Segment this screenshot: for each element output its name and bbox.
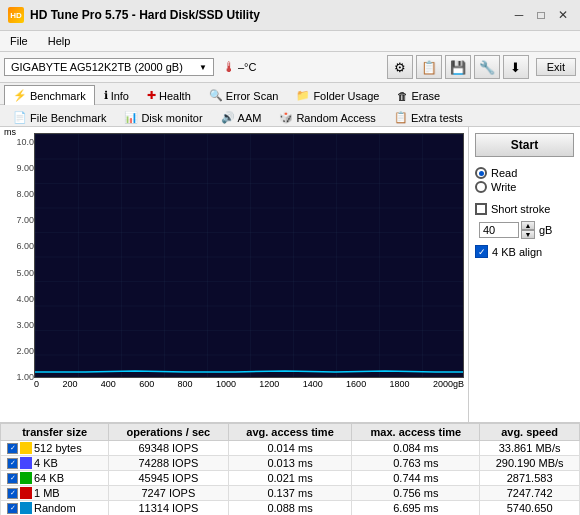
- benchmark-icon: ⚡: [13, 89, 27, 102]
- stroke-down-button[interactable]: ▼: [521, 230, 535, 239]
- svg-rect-0: [35, 134, 464, 378]
- cell-label-2: ✓ 64 KB: [1, 471, 109, 486]
- color-swatch-4: [20, 502, 32, 514]
- main-content: 10.0 9.00 8.00 7.00 6.00 5.00 4.00 3.00 …: [0, 127, 580, 422]
- cell-ops-2: 45945 IOPS: [109, 471, 228, 486]
- cell-max-access-3: 0.756 ms: [352, 486, 480, 501]
- tab-info[interactable]: ℹ Info: [95, 85, 138, 105]
- x-axis-labels: 0 200 400 600 800 1000 1200 1400 1600 18…: [34, 378, 464, 389]
- erase-icon: 🗑: [397, 90, 408, 102]
- cell-max-access-2: 0.744 ms: [352, 471, 480, 486]
- toolbar-icon-4[interactable]: 🔧: [474, 55, 500, 79]
- y-unit-label: ms: [4, 127, 16, 137]
- cell-avg-access-4: 0.088 ms: [228, 501, 352, 516]
- tab-file-benchmark[interactable]: 📄 File Benchmark: [4, 107, 115, 127]
- row-checkbox-3[interactable]: ✓: [7, 488, 18, 499]
- chart-area: 10.0 9.00 8.00 7.00 6.00 5.00 4.00 3.00 …: [0, 127, 469, 422]
- stroke-value-input[interactable]: [479, 222, 519, 238]
- col-max-access: max. access time: [352, 424, 480, 441]
- cell-label-1: ✓ 4 KB: [1, 456, 109, 471]
- title-bar: HD HD Tune Pro 5.75 - Hard Disk/SSD Util…: [0, 0, 580, 31]
- menu-bar: File Help: [0, 31, 580, 52]
- write-radio-circle: [475, 181, 487, 193]
- cell-ops-1: 74288 IOPS: [109, 456, 228, 471]
- extra-tests-icon: 📋: [394, 111, 408, 124]
- align-row[interactable]: ✓ 4 KB align: [475, 245, 574, 258]
- row-checkbox-0[interactable]: ✓: [7, 443, 18, 454]
- close-button[interactable]: ✕: [554, 6, 572, 24]
- cell-max-access-0: 0.084 ms: [352, 441, 480, 456]
- cell-label-0: ✓ 512 bytes: [1, 441, 109, 456]
- cell-ops-4: 11314 IOPS: [109, 501, 228, 516]
- cell-avg-access-2: 0.021 ms: [228, 471, 352, 486]
- row-checkbox-1[interactable]: ✓: [7, 458, 18, 469]
- table-row: ✓ 4 KB 74288 IOPS 0.013 ms 0.763 ms 290.…: [1, 456, 580, 471]
- row-checkbox-2[interactable]: ✓: [7, 473, 18, 484]
- chart-canvas: [34, 133, 464, 378]
- tab-error-scan[interactable]: 🔍 Error Scan: [200, 85, 288, 105]
- data-table-container: transfer size operations / sec avg. acce…: [0, 422, 580, 515]
- color-swatch-1: [20, 457, 32, 469]
- cell-ops-0: 69348 IOPS: [109, 441, 228, 456]
- tab-health[interactable]: ✚ Health: [138, 85, 200, 105]
- exit-button[interactable]: Exit: [536, 58, 576, 76]
- row-checkbox-4[interactable]: ✓: [7, 503, 18, 514]
- cell-avg-speed-1: 290.190 MB/s: [480, 456, 580, 471]
- file-benchmark-icon: 📄: [13, 111, 27, 124]
- read-radio[interactable]: Read: [475, 167, 574, 179]
- results-table: transfer size operations / sec avg. acce…: [0, 423, 580, 515]
- col-transfer-size: transfer size: [1, 424, 109, 441]
- toolbar-icons: ⚙ 📋 💾 🔧 ⬇ Exit: [387, 55, 576, 79]
- toolbar: GIGABYTE AG512K2TB (2000 gB) ▼ 🌡 –°C ⚙ 📋…: [0, 52, 580, 83]
- cell-avg-speed-4: 5740.650: [480, 501, 580, 516]
- table-row: ✓ 512 bytes 69348 IOPS 0.014 ms 0.084 ms…: [1, 441, 580, 456]
- nav-tabs-row2: 📄 File Benchmark 📊 Disk monitor 🔊 AAM 🎲 …: [0, 105, 580, 127]
- color-swatch-2: [20, 472, 32, 484]
- gb-label: gB: [539, 224, 552, 236]
- help-menu[interactable]: Help: [42, 33, 77, 49]
- toolbar-icon-3[interactable]: 💾: [445, 55, 471, 79]
- tab-aam[interactable]: 🔊 AAM: [212, 107, 271, 127]
- random-access-icon: 🎲: [279, 111, 293, 124]
- tab-disk-monitor[interactable]: 📊 Disk monitor: [115, 107, 211, 127]
- table-row: ✓ Random 11314 IOPS 0.088 ms 6.695 ms 57…: [1, 501, 580, 516]
- toolbar-icon-2[interactable]: 📋: [416, 55, 442, 79]
- cell-max-access-1: 0.763 ms: [352, 456, 480, 471]
- read-radio-circle: [475, 167, 487, 179]
- cell-avg-access-1: 0.013 ms: [228, 456, 352, 471]
- color-swatch-0: [20, 442, 32, 454]
- toolbar-icon-1[interactable]: ⚙: [387, 55, 413, 79]
- tab-erase[interactable]: 🗑 Erase: [388, 85, 449, 105]
- file-menu[interactable]: File: [4, 33, 34, 49]
- tab-random-access[interactable]: 🎲 Random Access: [270, 107, 384, 127]
- tab-folder-usage[interactable]: 📁 Folder Usage: [287, 85, 388, 105]
- thermometer-icon: 🌡: [222, 59, 236, 75]
- stroke-input-row: ▲ ▼ gB: [479, 221, 574, 239]
- drive-dropdown-arrow: ▼: [199, 63, 207, 72]
- write-radio[interactable]: Write: [475, 181, 574, 193]
- health-icon: ✚: [147, 89, 156, 102]
- short-stroke-checkbox[interactable]: Short stroke: [475, 203, 574, 215]
- info-icon: ℹ: [104, 89, 108, 102]
- title-bar-left: HD HD Tune Pro 5.75 - Hard Disk/SSD Util…: [8, 7, 260, 23]
- table-row: ✓ 1 MB 7247 IOPS 0.137 ms 0.756 ms 7247.…: [1, 486, 580, 501]
- radio-group: Read Write: [475, 163, 574, 197]
- title-bar-text: HD Tune Pro 5.75 - Hard Disk/SSD Utility: [30, 8, 260, 22]
- app-icon: HD: [8, 7, 24, 23]
- toolbar-icon-5[interactable]: ⬇: [503, 55, 529, 79]
- temperature-display: 🌡 –°C: [218, 59, 260, 75]
- stroke-up-button[interactable]: ▲: [521, 221, 535, 230]
- cell-avg-speed-2: 2871.583: [480, 471, 580, 486]
- control-panel: Start Read Write Short stroke ▲ ▼ gB: [469, 127, 580, 422]
- align-checkbox: ✓: [475, 245, 488, 258]
- maximize-button[interactable]: □: [532, 6, 550, 24]
- y-axis-labels: 10.0 9.00 8.00 7.00 6.00 5.00 4.00 3.00 …: [6, 137, 34, 382]
- cell-ops-3: 7247 IOPS: [109, 486, 228, 501]
- minimize-button[interactable]: ─: [510, 6, 528, 24]
- error-scan-icon: 🔍: [209, 89, 223, 102]
- drive-selector[interactable]: GIGABYTE AG512K2TB (2000 gB) ▼: [4, 58, 214, 76]
- tab-benchmark[interactable]: ⚡ Benchmark: [4, 85, 95, 105]
- start-button[interactable]: Start: [475, 133, 574, 157]
- folder-icon: 📁: [296, 89, 310, 102]
- tab-extra-tests[interactable]: 📋 Extra tests: [385, 107, 472, 127]
